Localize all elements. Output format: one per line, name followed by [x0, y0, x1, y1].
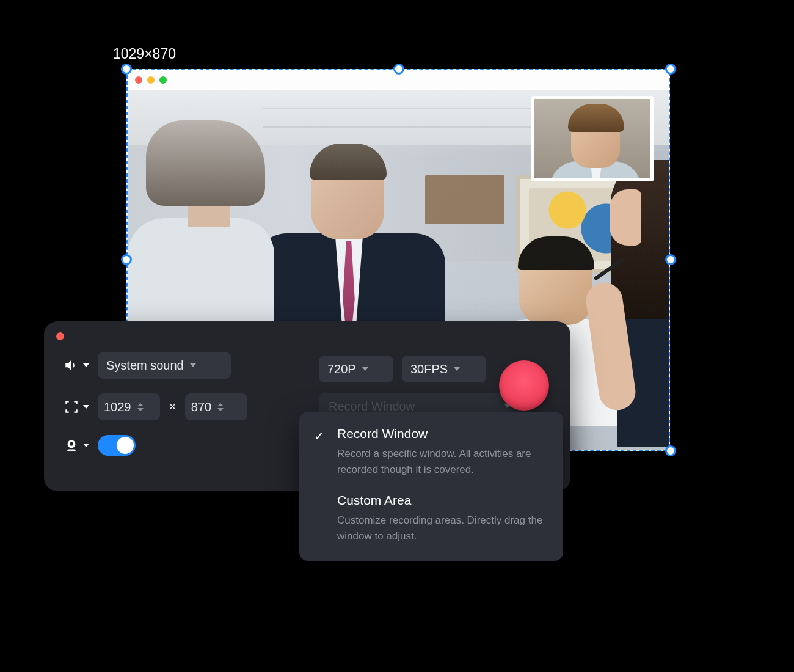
- option-custom-area[interactable]: Custom Area Customize recording areas. D…: [314, 493, 548, 544]
- height-stepper[interactable]: 870: [185, 393, 247, 420]
- audio-source-select[interactable]: System sound: [98, 352, 231, 379]
- dimensions-label: 1029×870: [113, 46, 176, 62]
- resolution-select[interactable]: 720P: [319, 356, 393, 382]
- webcam-toggle[interactable]: [98, 435, 136, 456]
- record-mode-dropdown: ✓ Record Window Record a specific window…: [299, 412, 563, 561]
- option-desc: Customize recording areas. Directly drag…: [337, 513, 548, 544]
- audio-icon[interactable]: [64, 357, 89, 373]
- resize-handle-br[interactable]: [665, 445, 676, 456]
- fps-select[interactable]: 30FPS: [402, 356, 486, 382]
- webcam-icon[interactable]: [64, 437, 89, 453]
- resize-handle-tr[interactable]: [665, 64, 676, 75]
- crop-icon[interactable]: [64, 399, 89, 415]
- panel-close-icon[interactable]: [56, 332, 64, 340]
- resolution-label: 720P: [327, 362, 356, 376]
- stepper-arrows-icon[interactable]: [217, 403, 224, 411]
- option-record-window[interactable]: ✓ Record Window Record a specific window…: [314, 426, 548, 477]
- minimize-icon[interactable]: [147, 76, 155, 84]
- resize-handle-ml[interactable]: [121, 254, 132, 265]
- stepper-arrows-icon[interactable]: [137, 403, 144, 411]
- fps-label: 30FPS: [410, 362, 448, 376]
- width-value: 1029: [104, 400, 131, 414]
- close-icon[interactable]: [135, 76, 142, 84]
- webcam-pip[interactable]: [531, 96, 654, 181]
- resize-handle-tm[interactable]: [393, 64, 404, 75]
- times-separator: ×: [169, 399, 177, 415]
- record-button[interactable]: [499, 360, 549, 411]
- option-title: Custom Area: [337, 493, 548, 508]
- maximize-icon[interactable]: [159, 76, 167, 84]
- height-value: 870: [191, 400, 211, 414]
- width-stepper[interactable]: 1029: [98, 393, 160, 420]
- audio-source-label: System sound: [106, 359, 184, 373]
- option-title: Record Window: [337, 426, 548, 441]
- resize-handle-tl[interactable]: [121, 64, 132, 75]
- option-desc: Record a specific window. All activities…: [337, 446, 548, 477]
- resize-handle-mr[interactable]: [665, 254, 676, 265]
- check-icon: ✓: [314, 429, 324, 444]
- divider: [304, 355, 304, 416]
